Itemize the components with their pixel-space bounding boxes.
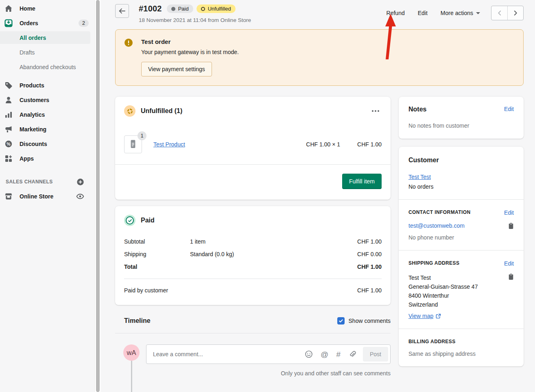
add-sales-channel-button[interactable]: [76, 178, 84, 186]
sidebar-item-analytics[interactable]: Analytics: [0, 107, 94, 122]
timeline-line: [131, 361, 132, 392]
billing-address-heading: BILLING ADDRESS: [408, 339, 514, 344]
chevron-down-icon: [476, 12, 480, 14]
sidebar-item-drafts[interactable]: Drafts: [0, 45, 94, 60]
address-line: 8400 Winterthur: [408, 291, 478, 300]
copy-shipping-address-button[interactable]: [508, 273, 514, 280]
show-comments-toggle[interactable]: Show comments: [337, 317, 391, 324]
address-line: Switzerland: [408, 300, 478, 309]
sidebar-item-marketing[interactable]: Marketing: [0, 122, 94, 137]
clipboard-icon: [508, 222, 514, 229]
edit-shipping-address-link[interactable]: Edit: [504, 260, 514, 267]
sidebar-item-label: Analytics: [20, 111, 45, 118]
next-order-button[interactable]: [507, 6, 523, 20]
sidebar-item-label: Products: [20, 82, 44, 89]
customers-icon: [4, 96, 13, 104]
product-link[interactable]: Test Product: [153, 141, 185, 148]
quantity-badge: 1: [138, 131, 146, 140]
scrollbar-track: [94, 0, 100, 392]
subnav-label: Drafts: [20, 49, 35, 56]
fulfill-item-button[interactable]: Fulfill item: [342, 174, 382, 189]
sidebar-item-customers[interactable]: Customers: [0, 93, 94, 107]
sidebar-item-discounts[interactable]: % Discounts: [0, 137, 94, 151]
back-arrow-icon: [118, 7, 126, 15]
hashtag-icon[interactable]: #: [336, 351, 341, 358]
row-amount: CHF 1.00: [357, 264, 382, 270]
back-button[interactable]: [115, 4, 129, 18]
sidebar-item-label: Apps: [20, 155, 34, 162]
warning-icon: [124, 39, 133, 47]
row-label: Total: [124, 264, 190, 270]
more-actions-button[interactable]: More actions: [436, 7, 485, 19]
comment-input[interactable]: [146, 351, 305, 357]
sidebar-item-all-orders[interactable]: All orders: [0, 31, 90, 44]
sidebar-item-orders[interactable]: Orders 2: [0, 16, 94, 30]
orders-count-badge: 2: [79, 20, 89, 27]
attachment-icon[interactable]: [348, 350, 356, 358]
billing-address-section: BILLING ADDRESS Same as shipping address: [399, 329, 524, 366]
sidebar-item-label: Home: [20, 5, 35, 12]
more-actions-label: More actions: [441, 10, 473, 16]
sidebar-item-home[interactable]: Home: [0, 1, 94, 16]
banner-message: Your payment gateway is in test mode.: [141, 49, 239, 55]
previous-order-button[interactable]: [491, 6, 507, 20]
orders-icon: [4, 19, 13, 27]
mention-icon[interactable]: @: [321, 351, 328, 358]
payment-status-badge: Paid: [167, 4, 193, 13]
emoji-icon[interactable]: [305, 350, 313, 358]
view-payment-settings-button[interactable]: View payment settings: [141, 62, 212, 76]
total-row: Total CHF 1.00: [124, 260, 382, 273]
address-line: Test Test: [408, 273, 478, 282]
show-comments-label: Show comments: [349, 318, 391, 324]
marketing-icon: [4, 125, 13, 133]
edit-order-button[interactable]: Edit: [413, 7, 432, 19]
svg-text:%: %: [7, 142, 11, 146]
notes-title: Notes: [408, 106, 426, 113]
sidebar-item-abandoned-checkouts[interactable]: Abandoned checkouts: [0, 60, 94, 74]
shipping-address-block: Test Test General-Guisan-Strasse 47 8400…: [408, 273, 478, 309]
line-item-price: CHF 1.00 × 1: [306, 141, 340, 148]
view-store-eye-icon[interactable]: [76, 192, 84, 200]
comment-visibility-note: Only you and other staff can see comment…: [115, 370, 391, 377]
check-icon: [338, 318, 343, 323]
fulfillment-status-badge: Unfulfilled: [197, 4, 236, 13]
sidebar-item-products[interactable]: Products: [0, 78, 94, 93]
copy-email-button[interactable]: [508, 222, 514, 229]
phone-empty-text: No phone number: [408, 234, 514, 241]
row-detail: 1 item: [190, 238, 357, 245]
contact-information-heading: CONTACT INFORMATION: [408, 209, 470, 215]
view-map-link[interactable]: View map: [408, 313, 433, 319]
banner-title: Test order: [141, 38, 239, 45]
fulfillment-more-menu-button[interactable]: [369, 108, 382, 114]
notes-card: Notes Edit No notes from customer: [399, 97, 524, 139]
products-icon: [4, 81, 13, 89]
customer-email-link[interactable]: test@customweb.com: [408, 222, 465, 229]
clipboard-icon: [508, 273, 514, 280]
comment-toolbar: @ #: [305, 350, 356, 358]
page-title: #1002: [139, 4, 162, 13]
address-line: General-Guisan-Strasse 47: [408, 282, 478, 291]
subnav-label: All orders: [20, 35, 46, 41]
paid-dot-icon: [171, 7, 175, 11]
customer-title: Customer: [408, 157, 514, 164]
payment-card-title: Paid: [141, 217, 155, 224]
row-amount: CHF 1.00: [357, 287, 382, 294]
row-label: Subtotal: [124, 238, 190, 245]
sidebar-item-online-store[interactable]: Online Store: [0, 189, 94, 204]
edit-notes-link[interactable]: Edit: [504, 106, 514, 112]
customer-name-link[interactable]: Test Test: [408, 174, 431, 180]
unfulfilled-ring-icon: [201, 7, 205, 11]
post-comment-button[interactable]: Post: [363, 347, 388, 362]
show-comments-checkbox[interactable]: [337, 317, 345, 324]
fulfillment-card-title: Unfulfilled (1): [141, 107, 182, 115]
banner-content: Test order Your payment gateway is in te…: [141, 38, 239, 76]
refund-button[interactable]: Refund: [382, 7, 409, 19]
payment-card: Paid Subtotal 1 item CHF 1.00 Shipping S…: [115, 206, 391, 305]
header-actions: Refund Edit More actions: [382, 4, 524, 20]
scrollbar-thumb[interactable]: [96, 0, 100, 392]
edit-contact-link[interactable]: Edit: [504, 209, 514, 216]
timeline-section: Timeline Show comments wA: [115, 317, 391, 377]
main-content: #1002 Paid Unfulfilled 18 November 2021 …: [100, 0, 535, 392]
sidebar-item-apps[interactable]: Apps: [0, 151, 94, 166]
comment-box: @ # Post: [146, 344, 391, 364]
